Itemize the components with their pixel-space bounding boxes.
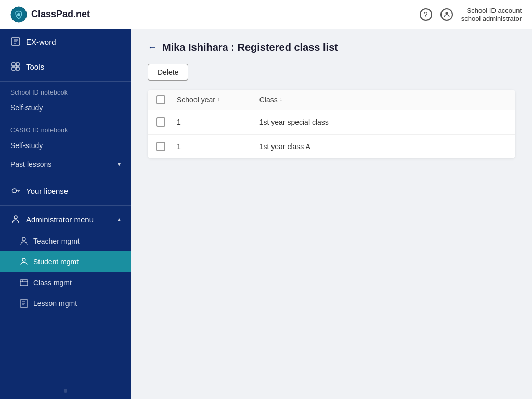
divider-3 xyxy=(0,176,131,176)
sidebar: EX-word Tools School ID notebook Self-st… xyxy=(0,29,131,399)
sidebar-item-past-lessons[interactable]: Past lessons ▾ xyxy=(0,155,131,174)
class-sort-icon[interactable]: ↕ xyxy=(280,97,282,102)
col-class-label: Class xyxy=(259,96,278,104)
app-header: ClassPad.net ? School ID account school … xyxy=(0,0,532,29)
table-row: 1 1st year special class xyxy=(148,110,515,135)
header-right: ? School ID account school administrator xyxy=(420,7,522,22)
ex-word-icon xyxy=(10,36,21,47)
student-mgmt-icon xyxy=(19,257,29,267)
select-all-checkbox[interactable] xyxy=(156,95,165,104)
lesson-mgmt-icon xyxy=(19,298,29,309)
svg-rect-6 xyxy=(12,67,15,70)
back-button[interactable]: ← xyxy=(148,42,157,53)
header-school-year: School year ↕ xyxy=(177,96,259,104)
row-1-checkbox[interactable] xyxy=(156,117,165,127)
svg-point-2 xyxy=(445,12,448,15)
logo-text: ClassPad.net xyxy=(31,9,90,20)
sidebar-label-teacher-mgmt: Teacher mgmt xyxy=(33,237,80,245)
page-header: ← Mika Ishihara : Registered class list xyxy=(148,42,515,54)
sidebar-label-lesson-mgmt: Lesson mgmt xyxy=(33,299,77,308)
sidebar-item-tools[interactable]: Tools xyxy=(0,54,131,79)
chevron-up-icon: ▴ xyxy=(118,216,121,223)
svg-rect-12 xyxy=(20,280,28,286)
svg-rect-4 xyxy=(12,63,15,66)
delete-button[interactable]: Delete xyxy=(148,64,188,81)
sidebar-label-past-lessons: Past lessons xyxy=(10,160,51,168)
page-title: Mika Ishihara : Registered class list xyxy=(162,42,338,54)
table-header-row: School year ↕ Class ↕ xyxy=(148,90,515,110)
logo: ClassPad.net xyxy=(10,6,90,23)
header-checkbox-col xyxy=(156,95,177,104)
svg-point-9 xyxy=(14,216,17,219)
sidebar-label-class-mgmt: Class mgmt xyxy=(33,278,72,287)
sidebar-school-id-label: School ID notebook xyxy=(0,84,131,98)
sidebar-label-ex-word: EX-word xyxy=(26,37,56,46)
divider-1 xyxy=(0,81,131,82)
sidebar-item-student-mgmt[interactable]: Student mgmt xyxy=(0,251,131,272)
row-2-class-name: 1st year class A xyxy=(259,142,507,151)
account-icon xyxy=(440,8,453,21)
teacher-mgmt-icon xyxy=(19,236,29,246)
admin-menu-icon xyxy=(10,214,21,224)
chevron-down-icon: ▾ xyxy=(118,161,121,168)
tools-icon xyxy=(10,61,21,72)
app-body: EX-word Tools School ID notebook Self-st… xyxy=(0,29,532,399)
divider-4 xyxy=(0,205,131,206)
class-mgmt-icon xyxy=(19,277,29,288)
admin-menu-left: Administrator menu xyxy=(10,214,94,224)
sidebar-label-your-license: Your license xyxy=(26,187,68,195)
sidebar-item-self-study-casio[interactable]: Self-study xyxy=(0,136,131,155)
svg-point-1 xyxy=(17,13,20,16)
sidebar-label-self-study-casio: Self-study xyxy=(10,141,43,150)
row-1-school-year: 1 xyxy=(177,118,259,126)
divider-2 xyxy=(0,119,131,119)
sidebar-label-self-study-school: Self-study xyxy=(10,103,43,112)
sidebar-casio-id-label: CASIO ID notebook xyxy=(0,122,131,136)
col-school-year-label: School year xyxy=(177,96,215,104)
sidebar-item-self-study-school[interactable]: Self-study xyxy=(0,98,131,117)
account-label: School ID account xyxy=(461,7,522,15)
classpad-logo-icon xyxy=(10,6,27,23)
row-1-check-col xyxy=(156,117,177,127)
main-content: ← Mika Ishihara : Registered class list … xyxy=(131,29,532,399)
help-icon[interactable]: ? xyxy=(420,8,432,21)
school-year-sort-icon[interactable]: ↕ xyxy=(217,97,220,102)
row-2-checkbox[interactable] xyxy=(156,142,165,151)
sidebar-label-student-mgmt: Student mgmt xyxy=(33,258,79,266)
sidebar-item-your-license[interactable]: Your license xyxy=(0,178,131,203)
sidebar-item-teacher-mgmt[interactable]: Teacher mgmt xyxy=(0,231,131,251)
key-icon xyxy=(10,185,21,196)
account-role: school administrator xyxy=(461,15,522,22)
header-class: Class ↕ xyxy=(259,96,507,104)
row-1-class-name: 1st year special class xyxy=(259,118,507,126)
svg-rect-5 xyxy=(16,63,19,66)
account-info: School ID account school administrator xyxy=(461,7,522,22)
row-2-school-year: 1 xyxy=(177,142,259,151)
class-list-table: School year ↕ Class ↕ 1 1st year special… xyxy=(148,90,515,158)
sidebar-item-ex-word[interactable]: EX-word xyxy=(0,29,131,54)
svg-rect-7 xyxy=(16,67,19,70)
sidebar-item-lesson-mgmt[interactable]: Lesson mgmt xyxy=(0,293,131,314)
table-row: 1 1st year class A xyxy=(148,135,515,158)
row-2-check-col xyxy=(156,142,177,151)
svg-point-11 xyxy=(22,258,25,261)
admin-menu-label: Administrator menu xyxy=(26,215,94,224)
sidebar-item-class-mgmt[interactable]: Class mgmt xyxy=(0,272,131,293)
sidebar-admin-menu-header[interactable]: Administrator menu ▴ xyxy=(0,208,131,231)
svg-point-10 xyxy=(22,237,25,241)
sidebar-label-tools: Tools xyxy=(26,62,44,71)
